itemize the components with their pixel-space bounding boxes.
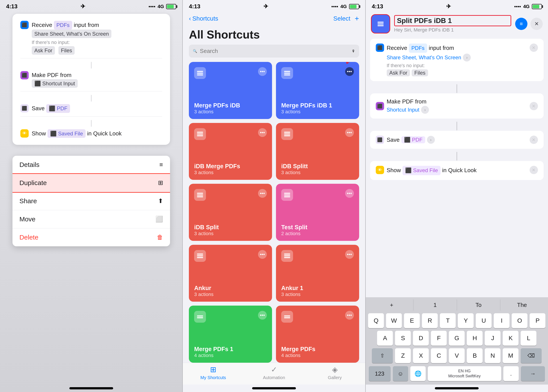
kb-row-2: A S D F G H J K L: [366, 329, 548, 347]
tab-automation[interactable]: ✓ Automation: [244, 365, 304, 380]
tile-ankur1[interactable]: ••• Ankur 1 3 actions: [276, 245, 359, 302]
duplicate-label: Duplicate: [20, 179, 47, 187]
tile-more-3[interactable]: •••: [258, 128, 267, 137]
key-return[interactable]: →: [521, 366, 545, 381]
show-close-btn[interactable]: ✕: [530, 166, 538, 174]
automation-icon: ✓: [271, 365, 277, 374]
tile-icon-7: [194, 250, 206, 262]
back-button-shortcuts[interactable]: ‹ Shortcuts: [189, 15, 218, 22]
key-shift[interactable]: ⇧: [372, 348, 393, 363]
tile-test-split[interactable]: ••• Test Split 2 actions: [276, 184, 359, 241]
tile-more-5[interactable]: •••: [258, 189, 267, 198]
key-h[interactable]: H: [467, 331, 483, 346]
share-sheet-link[interactable]: Share Sheet, What's On Screen: [387, 55, 461, 61]
shortcut-app-icon: [371, 14, 390, 34]
menu-item-duplicate[interactable]: Duplicate ⊞: [13, 174, 170, 192]
tile-more-9[interactable]: •••: [258, 311, 267, 320]
search-input-2[interactable]: [200, 48, 349, 55]
key-e[interactable]: E: [404, 313, 420, 328]
key-v[interactable]: V: [449, 348, 465, 363]
tile-more-2[interactable]: •••: [345, 67, 354, 76]
tile-more-6[interactable]: •••: [345, 189, 354, 198]
shortcut-input-link[interactable]: Shortcut Input: [387, 107, 419, 113]
tile-ankur[interactable]: ••• Ankur 3 actions: [189, 245, 272, 302]
key-period[interactable]: .: [503, 366, 519, 381]
key-t[interactable]: T: [440, 313, 456, 328]
tile-actions-9: 4 actions: [194, 353, 267, 358]
tile-merge-pdfs-idb1[interactable]: ↓ ••• Merge PDFs iDB 1 3 actions: [276, 62, 359, 119]
panel1: 4:13 ✈ ▪▪▪▪ 4G ⬛ Receive PDFs input from…: [0, 0, 182, 392]
menu-item-details[interactable]: Details ≡: [13, 156, 170, 174]
tab-my-shortcuts[interactable]: ⊞ My Shortcuts: [183, 365, 244, 380]
tab-gallery[interactable]: ◈ Gallery: [304, 365, 365, 380]
save-close-btn[interactable]: ✕: [530, 136, 538, 144]
select-button[interactable]: Select: [333, 15, 350, 22]
shortcut-input-chevron[interactable]: ›: [421, 106, 429, 114]
key-q[interactable]: Q: [368, 313, 384, 328]
key-c[interactable]: C: [431, 348, 447, 363]
key-123[interactable]: 123: [369, 366, 391, 381]
show-icon: 👁: [20, 129, 29, 138]
suggestion-to[interactable]: To: [457, 300, 500, 311]
key-j[interactable]: J: [485, 331, 500, 346]
suggestion-the[interactable]: The: [500, 300, 544, 311]
key-m[interactable]: M: [503, 348, 519, 363]
key-g[interactable]: G: [449, 331, 465, 346]
key-space[interactable]: EN HGMicrosoft SwiftKey: [428, 366, 501, 381]
battery-icon-3: [532, 4, 542, 9]
key-u[interactable]: U: [476, 313, 491, 328]
key-a[interactable]: A: [377, 331, 393, 346]
status-time-1: 4:13: [6, 3, 17, 10]
key-l[interactable]: L: [521, 331, 536, 346]
tile-more-4[interactable]: •••: [345, 128, 354, 137]
key-w[interactable]: W: [386, 313, 402, 328]
menu-item-move[interactable]: Move ⬜: [13, 210, 170, 228]
tile-idb-merge-pdfs[interactable]: ••• iDB Merge PDFs 3 actions: [189, 123, 272, 180]
save-chevron[interactable]: ›: [427, 136, 435, 144]
key-k[interactable]: K: [503, 331, 519, 346]
key-o[interactable]: O: [512, 313, 527, 328]
share-sheet-chevron[interactable]: ›: [463, 54, 471, 62]
suggestion-1[interactable]: 1: [413, 300, 457, 311]
tile-actions-2: 3 actions: [281, 109, 354, 115]
key-backspace[interactable]: ⌫: [521, 348, 542, 363]
location-icon: ✈: [80, 3, 85, 10]
tile-more-7[interactable]: •••: [258, 250, 267, 259]
key-p[interactable]: P: [530, 313, 545, 328]
tile-more-1[interactable]: •••: [258, 67, 267, 76]
key-n[interactable]: N: [485, 348, 500, 363]
key-z[interactable]: Z: [395, 348, 411, 363]
key-globe[interactable]: 🌐: [410, 366, 426, 381]
tile-more-8[interactable]: •••: [345, 250, 354, 259]
p3-title-block: Split PDFs iDB 1 Hey Siri, Merge PDFs iD…: [394, 15, 511, 33]
key-d[interactable]: D: [413, 331, 429, 346]
close-button[interactable]: ✕: [531, 18, 543, 30]
add-shortcut-button[interactable]: +: [355, 14, 359, 23]
menu-item-delete[interactable]: Delete 🗑: [13, 228, 170, 246]
key-emoji[interactable]: ☺: [393, 366, 408, 381]
make-pdf-close-btn[interactable]: ✕: [530, 102, 538, 110]
key-y[interactable]: Y: [458, 313, 474, 328]
receive-action-text: Receive PDFs input from: [387, 43, 527, 53]
filter-button[interactable]: ≡: [515, 18, 527, 30]
tile-merge-pdfs-idb[interactable]: ••• Merge PDFs iDB 3 actions: [189, 62, 272, 119]
tile-more-10[interactable]: •••: [345, 311, 354, 320]
receive-close-btn[interactable]: ✕: [530, 43, 538, 52]
keyboard: + 1 To The Q W E R T Y U I O P A S D F G…: [366, 297, 548, 385]
search-bar-2[interactable]: 🔍 🎙: [189, 45, 359, 57]
status-right-1: ▪▪▪▪ 4G: [149, 4, 176, 9]
key-i[interactable]: I: [494, 313, 510, 328]
tile-idb-split[interactable]: ••• iDB Split 3 actions: [189, 184, 272, 241]
battery-fill-1: [167, 5, 174, 8]
menu-item-share[interactable]: Share ⬆: [13, 192, 170, 210]
suggestion-plus[interactable]: +: [370, 300, 413, 311]
make-pdf-text: Make PDF from ⬛ Shortcut Input: [32, 71, 162, 88]
tile-idb-splitt[interactable]: ••• iDB Splitt 3 actions: [276, 123, 359, 180]
key-f[interactable]: F: [431, 331, 447, 346]
tile-merge-pdfs1[interactable]: ••• Merge PDFs 1 4 actions: [189, 306, 272, 363]
tile-merge-pdfs[interactable]: ••• Merge PDFs 4 actions: [276, 306, 359, 363]
key-r[interactable]: R: [422, 313, 438, 328]
key-b[interactable]: B: [467, 348, 483, 363]
key-s[interactable]: S: [395, 331, 411, 346]
key-x[interactable]: X: [413, 348, 429, 363]
